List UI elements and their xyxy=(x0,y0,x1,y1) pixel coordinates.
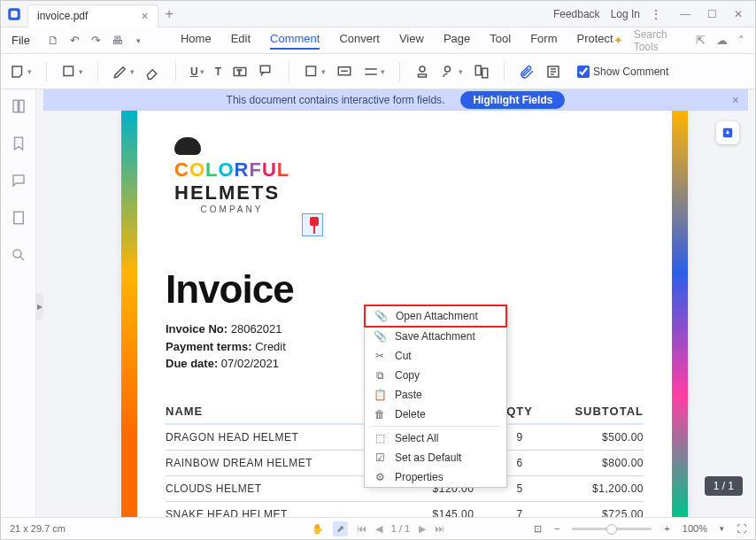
show-comment-toggle[interactable]: Show Comment xyxy=(577,66,668,78)
left-sidebar xyxy=(1,89,36,517)
select-tool-icon[interactable]: ⬈ xyxy=(333,521,348,536)
svg-point-16 xyxy=(13,250,21,258)
callout-tool[interactable] xyxy=(258,64,274,80)
highlight-tool[interactable]: ▾ xyxy=(61,64,83,80)
measure-tool[interactable]: ▾ xyxy=(363,64,385,80)
signature-tool[interactable]: ▾ xyxy=(441,64,463,80)
pencil-tool[interactable]: ▾ xyxy=(112,64,135,80)
ctx-save-attachment[interactable]: 📎Save Attachment xyxy=(365,327,506,346)
context-menu: 📎Open Attachment 📎Save Attachment ✂Cut ⧉… xyxy=(364,305,507,488)
menu-protect[interactable]: Protect xyxy=(576,32,613,50)
bookmark-icon[interactable] xyxy=(11,135,27,155)
share-icon[interactable]: ⇱ xyxy=(696,34,706,47)
ctx-paste[interactable]: 📋Paste xyxy=(365,385,506,405)
ctx-delete[interactable]: 🗑Delete xyxy=(365,405,506,424)
tab-close-icon[interactable]: × xyxy=(141,9,148,23)
helmet-icon xyxy=(174,137,201,155)
thumbnails-icon[interactable] xyxy=(11,98,27,118)
textbox-tool[interactable]: T xyxy=(232,64,248,80)
print-icon[interactable]: 🖶 xyxy=(110,34,126,47)
first-page-icon[interactable]: ⏮ xyxy=(357,523,366,534)
attachment-tool[interactable] xyxy=(519,64,535,80)
terms-label: Payment terms: xyxy=(166,340,252,353)
document-tab[interactable]: invoice.pdf × xyxy=(27,4,158,27)
collapse-ribbon-icon[interactable]: ˄ xyxy=(738,34,744,47)
show-comment-checkbox[interactable] xyxy=(577,66,590,78)
close-button[interactable]: ✕ xyxy=(725,1,752,27)
page-indicator[interactable]: 1 / 1 xyxy=(391,523,410,534)
svg-rect-2 xyxy=(64,66,73,76)
maximize-button[interactable]: ☐ xyxy=(698,1,725,27)
clipboard-icon: 📋 xyxy=(374,389,386,401)
redo-icon[interactable]: ↷ xyxy=(89,34,104,47)
fullscreen-icon[interactable]: ⛶ xyxy=(737,523,746,534)
zoom-in-icon[interactable]: + xyxy=(664,523,669,534)
zoom-caret-icon[interactable]: ▾ xyxy=(720,524,724,533)
svg-rect-11 xyxy=(482,68,488,78)
search-tools-input[interactable]: Search Tools xyxy=(634,28,685,53)
ctx-copy[interactable]: ⧉Copy xyxy=(365,366,506,385)
trash-icon: 🗑 xyxy=(374,408,386,420)
minimize-button[interactable]: — xyxy=(672,1,698,27)
svg-rect-13 xyxy=(13,100,18,112)
save-icon[interactable]: 🗋 xyxy=(46,34,62,47)
menu-convert[interactable]: Convert xyxy=(339,32,380,50)
fit-width-icon[interactable]: ⊡ xyxy=(534,523,542,535)
menu-view[interactable]: View xyxy=(399,32,424,50)
shape-tool[interactable]: ▾ xyxy=(304,64,326,80)
invoice-no-value: 28062021 xyxy=(231,322,282,336)
prev-page-icon[interactable]: ◀ xyxy=(375,523,382,535)
menu-tool[interactable]: Tool xyxy=(490,32,511,50)
new-tab-button[interactable]: + xyxy=(166,6,174,22)
more-tool[interactable] xyxy=(545,64,561,80)
attachments-panel-icon[interactable] xyxy=(11,210,27,229)
svg-rect-5 xyxy=(260,66,270,73)
ctx-select-all[interactable]: ⬚Select All xyxy=(365,428,506,448)
document-canvas[interactable]: ▶ This document contains interactive for… xyxy=(36,89,755,517)
ctx-set-default[interactable]: ☑Set as Default xyxy=(365,448,506,467)
menu-home[interactable]: Home xyxy=(181,32,212,50)
svg-rect-10 xyxy=(475,66,481,75)
ctx-open-attachment[interactable]: 📎Open Attachment xyxy=(364,305,507,328)
download-float-button[interactable] xyxy=(716,121,739,144)
notice-close-icon[interactable]: × xyxy=(732,93,739,107)
ctx-separator xyxy=(370,426,501,427)
zoom-value[interactable]: 100% xyxy=(683,523,707,534)
cloud-icon[interactable]: ☁ xyxy=(716,34,728,47)
note-tool[interactable]: ▾ xyxy=(10,64,32,80)
last-page-icon[interactable]: ⏭ xyxy=(435,523,444,534)
wand-icon[interactable]: ✦ xyxy=(613,34,623,47)
hand-tool-icon[interactable]: ✋ xyxy=(312,523,324,535)
underline-tool[interactable]: U▾ xyxy=(190,66,204,78)
eraser-tool[interactable] xyxy=(145,64,161,80)
next-page-icon[interactable]: ▶ xyxy=(419,523,426,535)
terms-value: Credit xyxy=(255,340,286,353)
login-link[interactable]: Log In xyxy=(611,8,640,20)
menu-edit[interactable]: Edit xyxy=(231,32,251,50)
kebab-menu-icon[interactable]: ⋮ xyxy=(651,8,661,20)
file-menu[interactable]: File xyxy=(1,34,41,47)
gear-icon: ⚙ xyxy=(374,471,386,483)
menu-form[interactable]: Form xyxy=(530,32,557,50)
pushpin-icon[interactable] xyxy=(307,217,321,235)
search-panel-icon[interactable] xyxy=(11,247,27,266)
stamp2-tool[interactable] xyxy=(414,64,430,80)
undo-icon[interactable]: ↶ xyxy=(67,34,83,47)
comments-icon[interactable] xyxy=(11,173,27,192)
menu-comment[interactable]: Comment xyxy=(270,32,320,50)
compare-tool[interactable] xyxy=(474,64,490,80)
statusbar: 21 x 29.7 cm ✋ ⬈ ⏮ ◀ 1 / 1 ▶ ⏭ ⊡ − + 100… xyxy=(1,517,755,539)
menu-page[interactable]: Page xyxy=(444,32,470,50)
sidebar-expand-handle[interactable]: ▶ xyxy=(36,293,43,320)
svg-point-8 xyxy=(420,66,425,72)
zoom-out-icon[interactable]: − xyxy=(554,523,559,534)
feedback-link[interactable]: Feedback xyxy=(553,8,600,20)
text-tool[interactable]: T xyxy=(215,66,221,78)
print-caret-icon[interactable]: ▾ xyxy=(131,36,147,45)
stamp-tool[interactable] xyxy=(336,64,352,80)
table-row: SNAKE HEAD HELMET$145.007$725.00 xyxy=(166,501,644,517)
svg-rect-14 xyxy=(19,100,23,112)
zoom-slider[interactable] xyxy=(572,528,652,530)
ctx-cut[interactable]: ✂Cut xyxy=(365,346,506,366)
ctx-properties[interactable]: ⚙Properties xyxy=(365,467,506,487)
